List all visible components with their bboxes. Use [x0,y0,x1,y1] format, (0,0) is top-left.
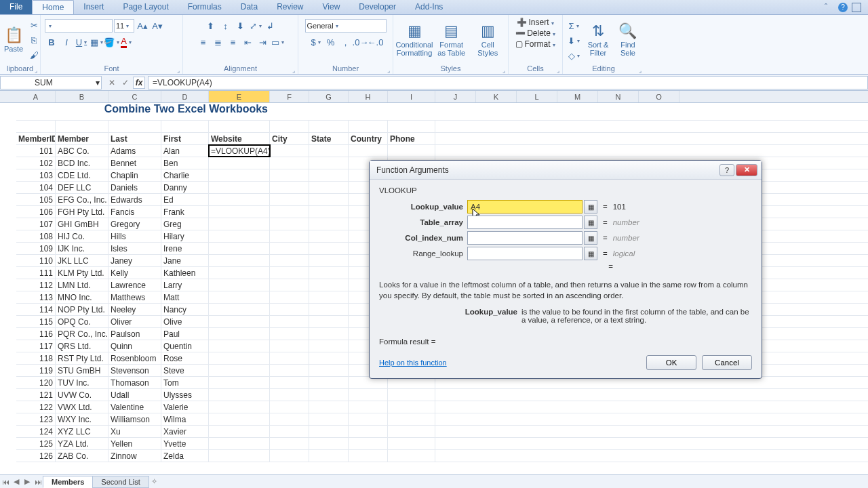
sheet-nav-prev-icon[interactable]: ◀ [11,477,22,486]
cell[interactable] [388,426,435,437]
cell[interactable]: Steve [161,365,209,376]
cell[interactable] [309,194,349,205]
arg-col-index-range-button[interactable]: ▦ [584,231,597,245]
align-center-icon[interactable]: ≣ [212,35,225,49]
tab-insert[interactable]: Insert [74,0,113,14]
cell[interactable] [209,255,270,266]
cell[interactable]: LMN Ltd. [56,279,108,291]
cell[interactable] [209,218,270,230]
cell[interactable]: Oliver [108,316,161,327]
cell[interactable] [388,401,435,413]
col-header-E[interactable]: E [209,91,270,102]
cell[interactable] [270,169,309,181]
cell[interactable] [349,438,388,449]
cell[interactable]: Matthews [108,291,161,303]
dialog-close-button[interactable]: ✕ [736,164,757,176]
cell[interactable] [309,377,349,388]
cell[interactable] [309,157,349,169]
italic-button[interactable]: I [60,35,73,49]
cell[interactable]: 111 [16,267,56,279]
arg-col-index-input[interactable] [467,231,583,245]
cell[interactable]: 118 [16,352,56,364]
font-family-dropdown[interactable] [45,19,113,33]
cell[interactable] [270,413,309,425]
cell[interactable]: City [270,133,309,144]
cell[interactable]: Paul [161,328,209,340]
name-box[interactable]: SUM▾ [0,76,102,89]
decrease-font-icon[interactable]: A▾ [151,19,164,33]
cell[interactable]: Stevenson [108,365,161,376]
cell[interactable] [309,413,349,425]
cell[interactable] [388,121,435,132]
insert-cells-button[interactable]: ➕Insert [517,18,553,27]
cell[interactable] [270,121,309,132]
currency-icon[interactable]: $ [309,35,323,49]
cell[interactable]: Danny [161,182,209,193]
cell[interactable] [270,450,309,462]
cell[interactable] [309,438,349,449]
sort-filter-button[interactable]: ⇅Sort & Filter [585,18,612,62]
title-cell[interactable]: Combine Two Excel Workbooks [16,103,270,120]
cell[interactable]: 109 [16,243,56,254]
cell[interactable] [309,304,349,315]
tab-file[interactable]: File [0,0,32,14]
cell[interactable]: Larry [161,279,209,291]
cell[interactable]: Frank [161,206,209,218]
cell[interactable]: 108 [16,230,56,242]
cell[interactable] [270,316,309,327]
delete-cells-button[interactable]: ➖Delete [515,28,555,38]
cell[interactable]: MNO Inc. [56,291,108,303]
cell[interactable] [270,255,309,266]
percent-icon[interactable]: % [324,35,338,49]
cell[interactable] [309,340,349,352]
cell[interactable]: Rosenbloom [108,352,161,364]
cell[interactable] [209,169,270,181]
cell[interactable]: Greg [161,218,209,230]
cell[interactable] [309,121,349,132]
cell[interactable] [349,389,388,401]
cell[interactable]: 105 [16,194,56,205]
cell[interactable]: QRS Ltd. [56,340,108,352]
cell[interactable]: Gregory [108,218,161,230]
cell[interactable] [270,340,309,352]
cell[interactable] [309,169,349,181]
cell[interactable] [309,182,349,193]
col-header-O[interactable]: O [639,91,679,102]
cell[interactable]: BCD Inc. [56,157,108,169]
cell[interactable]: 113 [16,291,56,303]
cell[interactable]: IJK Inc. [56,243,108,254]
cell[interactable] [309,230,349,242]
cell[interactable]: Tom [161,377,209,388]
cell[interactable]: PQR Co., Inc. [56,328,108,340]
cell[interactable]: XYZ LLC [56,426,108,437]
cell[interactable]: Member [56,133,108,144]
help-icon[interactable]: ? [838,3,848,12]
cell[interactable] [209,243,270,254]
cell[interactable]: Charlie [161,169,209,181]
cell[interactable]: Hilary [161,230,209,242]
cell[interactable]: Paulson [108,328,161,340]
cell[interactable] [349,450,388,462]
comma-icon[interactable]: , [339,35,353,49]
number-format-dropdown[interactable]: General [305,19,387,33]
cell[interactable] [209,291,270,303]
cell[interactable] [209,328,270,340]
cell[interactable]: 103 [16,169,56,181]
cell[interactable] [56,121,108,132]
cell[interactable] [309,218,349,230]
cell[interactable]: 102 [16,157,56,169]
cell[interactable] [388,145,435,157]
arg-table-array-input[interactable] [467,216,583,229]
cell[interactable] [209,206,270,218]
cell[interactable] [270,328,309,340]
underline-button[interactable]: U [75,35,88,49]
cell[interactable]: ABC Co. [56,145,108,157]
cell[interactable]: Phone [388,133,435,144]
cell[interactable] [388,450,435,462]
cell[interactable] [270,230,309,242]
cell[interactable]: First [161,133,209,144]
tab-developer[interactable]: Developer [349,0,406,14]
align-top-icon[interactable]: ⬆ [204,19,218,33]
dialog-help-button[interactable]: ? [719,164,734,176]
cell[interactable] [270,401,309,413]
